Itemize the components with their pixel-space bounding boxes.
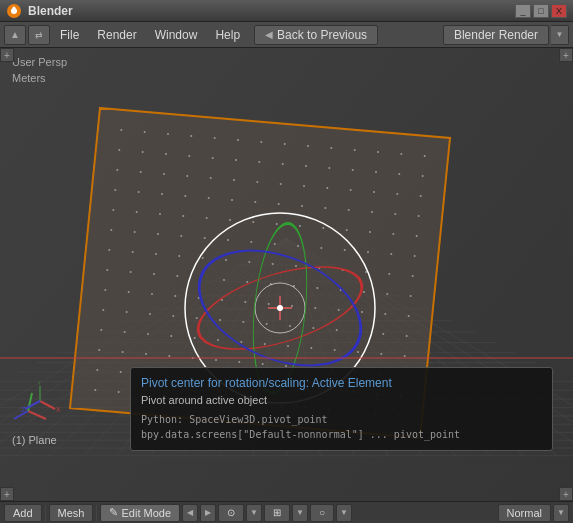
tooltip-highlight: Active Element [312,376,392,390]
maximize-button[interactable]: □ [533,4,549,18]
info-icon: ▲ [10,29,20,40]
back-icon: ◀ [265,29,273,40]
snap-button[interactable]: ⊞ [264,504,290,522]
divider-2 [96,505,97,521]
edit-mode-button[interactable]: ✎ Edit Mode [100,504,180,522]
proportional-arrow[interactable]: ▼ [336,504,352,522]
edit-mode-icon: ✎ [109,506,118,519]
normal-button[interactable]: Normal [498,504,551,522]
mode-arrow-right[interactable]: ▶ [200,504,216,522]
render-engine-label: Blender Render [454,28,538,42]
edit-mode-label: Edit Mode [121,507,171,519]
status-bar: Add Mesh ✎ Edit Mode ◀ ▶ ⊙ ▼ ⊞ ▼ ○ ▼ Nor… [0,501,573,523]
svg-point-2 [13,6,16,9]
python-line-2: bpy.data.screens["Default-nonnormal"] ..… [141,427,542,442]
window-controls: _ □ X [515,4,567,18]
axis-indicator: X Y Z [20,381,60,421]
pivot-button[interactable]: ⊙ [218,504,244,522]
svg-text:Y: Y [37,381,42,386]
render-engine-dropdown[interactable]: ▼ [551,25,569,45]
corner-split-br[interactable]: + [559,487,573,501]
tooltip-panel: Pivot center for rotation/scaling: Activ… [130,367,553,451]
plane-label: (1) Plane [12,434,57,446]
file-menu[interactable]: File [52,25,87,45]
info-button[interactable]: ▲ [4,25,26,45]
window-menu[interactable]: Window [147,25,206,45]
mode-arrow-left[interactable]: ◀ [182,504,198,522]
close-button[interactable]: X [551,4,567,18]
corner-split-bl[interactable]: + [0,487,14,501]
corner-split-tl[interactable]: + [0,48,14,62]
arrows-button[interactable]: ⇄ [28,25,50,45]
normal-arrow[interactable]: ▼ [553,504,569,522]
render-menu[interactable]: Render [89,25,144,45]
unit-label: Meters [12,72,46,84]
viewport[interactable]: User Persp Meters + + + + X Y Z (1) Plan… [0,48,573,501]
tooltip-python: Python: SpaceView3D.pivot_point bpy.data… [141,412,542,442]
app-title: Blender [28,4,515,18]
mesh-button[interactable]: Mesh [49,504,94,522]
tooltip-title-text: Pivot center for rotation/scaling: [141,376,309,390]
back-button-label: Back to Previous [277,28,367,42]
svg-text:X: X [56,406,60,413]
svg-line-7 [25,401,40,409]
title-bar: Blender _ □ X [0,0,573,22]
pivot-arrow[interactable]: ▼ [246,504,262,522]
add-button[interactable]: Add [4,504,42,522]
view-perspective-label: User Persp [12,56,67,68]
tooltip-title: Pivot center for rotation/scaling: Activ… [141,376,542,390]
menu-bar: ▲ ⇄ File Render Window Help ◀ Back to Pr… [0,22,573,48]
back-to-previous-button[interactable]: ◀ Back to Previous [254,25,378,45]
help-menu[interactable]: Help [207,25,248,45]
render-engine-button[interactable]: Blender Render [443,25,549,45]
blender-logo [6,3,22,19]
minimize-button[interactable]: _ [515,4,531,18]
python-line-1: Python: SpaceView3D.pivot_point [141,412,542,427]
tooltip-description: Pivot around active object [141,394,542,406]
svg-text:Z: Z [21,406,26,413]
svg-line-3 [40,401,55,409]
corner-split-tr[interactable]: + [559,48,573,62]
proportional-button[interactable]: ○ [310,504,334,522]
snap-arrow[interactable]: ▼ [292,504,308,522]
divider-1 [45,505,46,521]
